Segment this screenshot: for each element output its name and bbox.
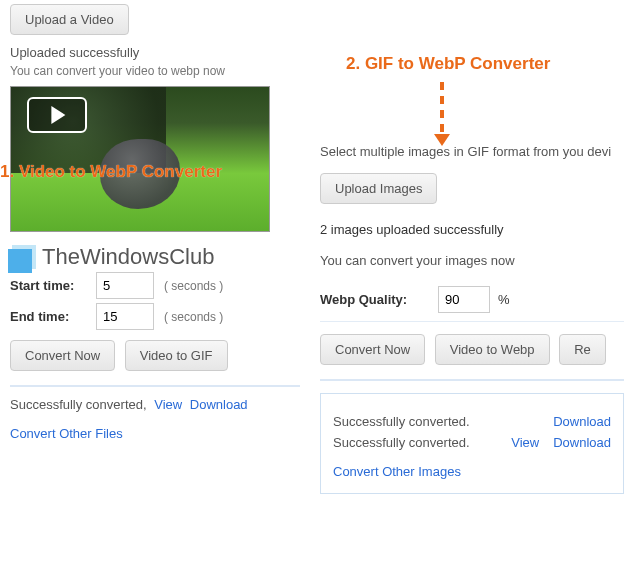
convert-other-images-link[interactable]: Convert Other Images xyxy=(333,464,461,479)
seconds-unit: ( seconds ) xyxy=(164,279,223,293)
download-link[interactable]: Download xyxy=(553,414,611,429)
end-time-input[interactable] xyxy=(96,303,154,330)
view-link[interactable]: View xyxy=(511,435,539,450)
results-box: Successfully converted. Download Success… xyxy=(320,393,624,494)
images-upload-status: 2 images uploaded successfully xyxy=(320,222,624,237)
reset-button[interactable]: Re xyxy=(559,334,606,365)
video-to-webp-button[interactable]: Video to Webp xyxy=(435,334,550,365)
convert-hint: You can convert your video to webp now xyxy=(10,64,300,78)
end-time-label: End time: xyxy=(10,309,88,324)
view-link[interactable]: View xyxy=(154,397,182,412)
video-subject xyxy=(100,139,180,209)
video-to-gif-button[interactable]: Video to GIF xyxy=(125,340,228,371)
convert-now-button[interactable]: Convert Now xyxy=(320,334,425,365)
play-icon[interactable] xyxy=(27,97,87,133)
separator xyxy=(320,321,624,322)
separator xyxy=(320,379,624,381)
percent-sign: % xyxy=(498,292,510,307)
start-time-row: Start time: ( seconds ) xyxy=(10,272,300,299)
upload-video-button[interactable]: Upload a Video xyxy=(10,4,129,35)
upload-status: Uploaded successfully xyxy=(10,45,300,60)
separator xyxy=(10,385,300,387)
gif-to-webp-panel: Select multiple images in GIF format fro… xyxy=(320,0,630,494)
convert-other-files-link[interactable]: Convert Other Files xyxy=(10,426,123,441)
start-time-label: Start time: xyxy=(10,278,88,293)
result-row: Successfully converted. View Download xyxy=(333,435,611,450)
quality-row: Webp Quality: % xyxy=(320,286,624,313)
result-status: Successfully converted. xyxy=(333,414,470,429)
start-time-input[interactable] xyxy=(96,272,154,299)
conversion-result: Successfully converted, View Download xyxy=(10,397,300,412)
result-status: Successfully converted. xyxy=(333,435,470,450)
quality-input[interactable] xyxy=(438,286,490,313)
quality-label: Webp Quality: xyxy=(320,292,430,307)
select-images-text: Select multiple images in GIF format fro… xyxy=(320,144,624,159)
success-text: Successfully converted, xyxy=(10,397,147,412)
result-row: Successfully converted. Download xyxy=(333,414,611,429)
convert-now-button[interactable]: Convert Now xyxy=(10,340,115,371)
seconds-unit: ( seconds ) xyxy=(164,310,223,324)
download-link[interactable]: Download xyxy=(553,435,611,450)
images-convert-hint: You can convert your images now xyxy=(320,253,624,268)
end-time-row: End time: ( seconds ) xyxy=(10,303,300,330)
video-thumbnail[interactable] xyxy=(10,86,270,232)
download-link[interactable]: Download xyxy=(190,397,248,412)
upload-images-button[interactable]: Upload Images xyxy=(320,173,437,204)
video-to-webp-panel: Upload a Video Uploaded successfully You… xyxy=(10,0,300,441)
